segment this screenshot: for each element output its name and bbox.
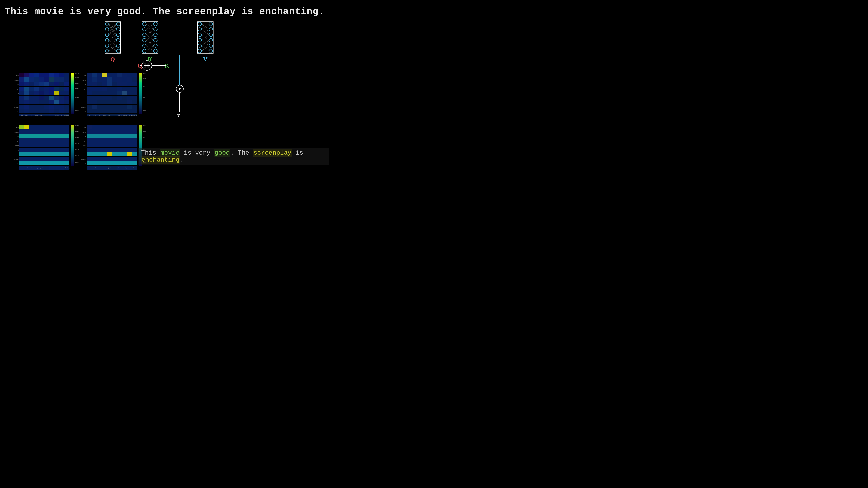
svg-rect-282 [117,96,122,100]
svg-rect-104 [39,73,44,77]
svg-rect-500 [97,134,102,138]
svg-rect-364 [34,129,39,133]
svg-text:this: this [21,167,23,168]
svg-rect-184 [39,109,44,113]
svg-rect-274 [127,91,132,95]
svg-rect-408 [54,148,59,152]
svg-rect-249 [102,82,107,86]
svg-rect-567 [132,161,137,165]
svg-rect-402 [24,148,29,152]
svg-rect-175 [44,105,49,109]
svg-rect-148 [59,91,64,95]
svg-rect-528 [87,148,92,152]
svg-rect-535 [122,148,127,152]
svg-rect-310 [107,109,112,113]
svg-point-58 [209,28,213,31]
svg-rect-259 [102,87,107,91]
svg-rect-508 [87,138,92,142]
svg-rect-555 [122,157,127,161]
svg-rect-496 [127,129,132,133]
svg-rect-529 [92,148,97,152]
svg-rect-240 [107,77,112,82]
svg-text:is: is [129,115,130,116]
svg-rect-534 [117,148,122,152]
svg-rect-430 [64,157,69,161]
svg-rect-421 [19,157,24,161]
svg-text:good: good [83,93,87,95]
svg-rect-366 [44,129,49,133]
svg-rect-497 [132,129,137,133]
svg-text:enchanting: enchanting [64,167,69,168]
svg-rect-299 [102,105,107,109]
svg-rect-171 [24,105,29,109]
svg-rect-146 [49,91,54,95]
svg-text:this: this [89,115,91,116]
svg-rect-139 [64,87,69,91]
svg-rect-242 [117,77,122,82]
svg-rect-177 [54,105,59,109]
svg-rect-539 [92,152,97,156]
svg-rect-142 [29,91,34,95]
svg-text:0.010: 0.010 [143,97,147,99]
svg-rect-536 [127,148,132,152]
svg-rect-284 [127,96,132,100]
svg-rect-482 [107,125,112,129]
svg-rect-125 [44,82,49,86]
svg-rect-277 [92,96,97,100]
svg-rect-263 [122,87,127,91]
svg-point-59 [209,33,213,37]
svg-rect-399 [59,143,64,147]
svg-rect-554 [117,157,122,161]
svg-rect-307 [92,109,97,113]
svg-rect-495 [122,129,127,133]
svg-text:screenplay: screenplay [81,106,86,108]
svg-rect-515 [122,138,127,142]
svg-rect-429 [59,157,64,161]
svg-text:is: is [99,167,100,168]
svg-rect-426 [44,157,49,161]
svg-rect-436 [44,161,49,165]
svg-text:enchanting: enchanting [131,115,137,116]
svg-rect-151 [24,96,29,100]
svg-rect-506 [127,134,132,138]
svg-rect-428 [54,157,59,161]
svg-text:the: the [84,102,86,104]
svg-rect-494 [117,129,122,133]
svg-rect-378 [54,134,59,138]
svg-text:0.025: 0.025 [75,76,79,78]
svg-rect-287 [92,100,97,104]
svg-text:0.012: 0.012 [75,130,79,132]
svg-text:enchanting: enchanting [131,167,137,168]
heatmap-3-svg: this movie is very good . the screenplay… [13,123,80,170]
svg-point-7 [116,28,120,31]
svg-text:movie: movie [15,79,19,81]
svg-rect-552 [107,157,112,161]
svg-rect-252 [117,82,122,86]
svg-rect-437 [49,161,54,165]
output-word-enchanting: enchanting [141,156,180,164]
svg-text:0.015: 0.015 [75,88,79,90]
svg-point-9 [116,38,120,42]
svg-rect-519 [92,143,97,147]
svg-rect-381 [19,138,24,142]
svg-point-10 [116,44,120,47]
svg-text:screenplay: screenplay [121,167,127,168]
svg-rect-416 [44,152,49,156]
svg-text:is: is [85,163,86,165]
svg-rect-434 [34,161,39,165]
svg-rect-516 [127,138,132,142]
svg-rect-311 [112,109,117,113]
svg-rect-499 [92,134,97,138]
svg-text:good: good [108,167,111,168]
svg-rect-144 [39,91,44,95]
svg-text:screenplay: screenplay [13,158,19,160]
svg-rect-412 [24,152,29,156]
svg-rect-544 [117,152,122,156]
svg-rect-400 [64,143,69,147]
output-word-suffix: . [180,156,184,163]
svg-rect-315 [132,109,137,113]
svg-text:is: is [18,84,19,86]
svg-rect-427 [49,157,54,161]
svg-rect-352 [24,125,29,129]
svg-rect-168 [59,100,64,104]
